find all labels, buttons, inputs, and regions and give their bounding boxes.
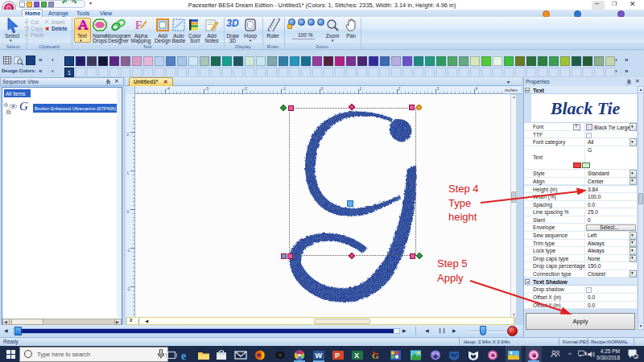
svg-text:1: 1	[68, 70, 71, 76]
svg-text:P: P	[335, 352, 340, 360]
svg-text:1: 1	[635, 354, 638, 359]
svg-text:F: F	[135, 19, 142, 31]
svg-text:e: e	[181, 350, 186, 360]
svg-text:X: X	[354, 352, 359, 360]
svg-text:W: W	[316, 352, 323, 360]
